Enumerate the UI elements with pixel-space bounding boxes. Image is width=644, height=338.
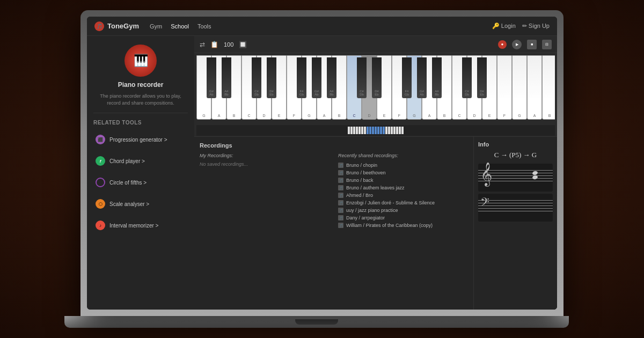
recording-item[interactable]: 🎵 Enzobgi / Julien doré - Sublime & Sile…: [338, 199, 468, 207]
mini-key: [358, 127, 361, 134]
white-key-e3[interactable]: E: [482, 55, 497, 120]
rec-icon: 🎵: [338, 178, 343, 183]
no-recordings-text: No saved recordings...: [200, 161, 330, 167]
recording-ahmed-bro[interactable]: 🎵 Ahmed / Bro: [338, 192, 468, 199]
white-key-c2[interactable]: C: [347, 55, 362, 120]
mini-keys: [348, 127, 404, 134]
white-key-d2[interactable]: D: [362, 55, 377, 120]
bottom-panels: Recordings My Recordings: No saved recor…: [194, 136, 557, 310]
rec-icon: 🎵: [338, 208, 343, 213]
scale-icon: ⬡: [96, 199, 105, 209]
shared-recordings-label: Recently shared recordings:: [338, 153, 468, 158]
mini-key: [399, 127, 401, 134]
recording-item[interactable]: 🎵 Bruno / chopin: [338, 161, 468, 169]
navbar: 🎵 ToneGym Gym School Tools 🔑 Login ✏ Sig…: [87, 17, 557, 36]
login-link[interactable]: 🔑 Login: [492, 23, 516, 30]
white-key-e1[interactable]: E: [272, 55, 287, 120]
white-key-e2[interactable]: E: [377, 55, 392, 120]
nav-school[interactable]: School: [171, 23, 189, 30]
recording-name: Bruno / back: [346, 178, 374, 183]
related-tools-label: Related tools: [93, 120, 188, 126]
record-button[interactable]: ●: [498, 40, 507, 49]
staff-lines-bass: [478, 198, 553, 214]
white-key-g4[interactable]: G: [512, 55, 527, 120]
sidebar-header: 🎹 Piano recorder The piano recorder allo…: [93, 45, 188, 113]
tool-interval-label: Interval memorizer >: [109, 223, 158, 229]
tool-circle-of-fifths[interactable]: Circle of fifths >: [93, 175, 188, 190]
mini-key: [356, 127, 358, 134]
circle-of-fifths-icon: [96, 178, 105, 187]
my-recordings-col: My Recordings: No saved recordings...: [200, 153, 330, 229]
rec-icon: 🎵: [338, 170, 343, 175]
white-key-d1[interactable]: D: [257, 55, 272, 120]
white-key-f3[interactable]: F: [497, 55, 512, 120]
recordings-grid: My Recordings: No saved recordings... Re…: [200, 153, 468, 229]
app-logo[interactable]: 🎵 ToneGym: [94, 21, 139, 31]
piano-keyboard-container: G A B C D E F G A B: [194, 53, 557, 136]
white-key-f2[interactable]: F: [392, 55, 407, 120]
recording-name: Bruno / authem leaves jazz: [346, 185, 405, 190]
recording-item[interactable]: 🎵 Bruno / authem leaves jazz: [338, 184, 468, 192]
piano-mini-indicator: [196, 125, 555, 136]
white-key-a3[interactable]: A: [422, 55, 437, 120]
recording-name: uuy / jazz piano practice: [346, 208, 398, 213]
white-key-b3[interactable]: B: [437, 55, 452, 120]
mini-key-highlight: [372, 127, 374, 134]
interval-icon: ♪: [96, 221, 105, 230]
recording-item[interactable]: 🎵 Dany / arrpegiator: [338, 214, 468, 222]
rec-icon: 🎵: [338, 215, 343, 221]
rec-icon: 🎵: [338, 163, 343, 168]
nav-links: Gym School Tools: [150, 23, 492, 30]
mini-key: [385, 127, 387, 134]
white-key-b4[interactable]: B: [542, 55, 555, 120]
recording-item[interactable]: 🎵 Bruno / beethoven: [338, 169, 468, 177]
recordings-title: Recordings: [200, 142, 468, 149]
tool-chord-player[interactable]: f Chord player >: [93, 153, 188, 168]
nav-gym[interactable]: Gym: [150, 23, 162, 30]
white-key-f1[interactable]: F: [287, 55, 302, 120]
mini-key-highlight: [383, 127, 385, 134]
mini-key: [364, 127, 366, 134]
toolbar-clipboard-icon[interactable]: 📋: [210, 41, 218, 48]
sidebar-description: The piano recorder allows you to play, r…: [93, 93, 188, 106]
circle-of-fifths-text: C → (P5) → G: [478, 151, 553, 159]
tool-circle-label: Circle of fifths >: [109, 180, 147, 186]
recording-name: Enzobgi / Julien doré - Sublime & Silenc…: [346, 200, 435, 205]
mini-key: [353, 127, 355, 134]
chord-icon: f: [96, 156, 105, 166]
stop-button[interactable]: ■: [527, 40, 537, 49]
white-key-g3[interactable]: G: [407, 55, 422, 120]
white-key-g1[interactable]: G: [196, 55, 211, 120]
white-key-a2[interactable]: A: [317, 55, 332, 120]
white-key-g2[interactable]: G: [302, 55, 317, 120]
tool-interval-memorizer[interactable]: ♪ Interval memorizer >: [93, 218, 188, 233]
mini-key-highlight: [375, 127, 377, 134]
tool-progression-generator[interactable]: ⬛ Progression generator >: [93, 132, 188, 147]
white-key-d3[interactable]: D: [467, 55, 482, 120]
white-key-a1[interactable]: A: [211, 55, 226, 120]
white-key-c3[interactable]: C: [452, 55, 467, 120]
play-button[interactable]: ▶: [512, 40, 522, 49]
mini-key: [391, 127, 393, 134]
recording-item[interactable]: 🎵 uuy / jazz piano practice: [338, 207, 468, 214]
recording-item[interactable]: 🎵 Bruno / back: [338, 177, 468, 184]
tool-scale-analyser[interactable]: ⬡ Scale analyser >: [93, 196, 188, 211]
toolbar-grid-icon[interactable]: 🔲: [239, 41, 247, 48]
mini-key-highlight: [367, 127, 369, 134]
mini-key-highlight: [377, 127, 379, 134]
rec-icon: 🎵: [338, 223, 343, 228]
white-key-a4[interactable]: A: [527, 55, 542, 120]
white-key-c1[interactable]: C: [241, 55, 257, 120]
white-key-b1[interactable]: B: [226, 55, 241, 120]
toolbar-transpose-icon[interactable]: ⇄: [200, 41, 205, 48]
logo-icon: 🎵: [94, 21, 104, 31]
recording-item[interactable]: 🎵 William / Pirates of the Caribbean (co…: [338, 222, 468, 229]
nav-auth-area: 🔑 Login ✏ Sign Up: [492, 23, 550, 30]
piano-toolbar: ⇄ 📋 100 🔲 ● ▶ ■ ⊟: [194, 36, 557, 53]
sidebar: 🎹 Piano recorder The piano recorder allo…: [87, 36, 194, 310]
piano-icon: 🎹: [125, 45, 157, 77]
loop-button[interactable]: ⊟: [542, 40, 552, 49]
white-key-b2[interactable]: B: [332, 55, 347, 120]
nav-tools[interactable]: Tools: [197, 23, 211, 30]
signup-link[interactable]: ✏ Sign Up: [522, 23, 550, 30]
